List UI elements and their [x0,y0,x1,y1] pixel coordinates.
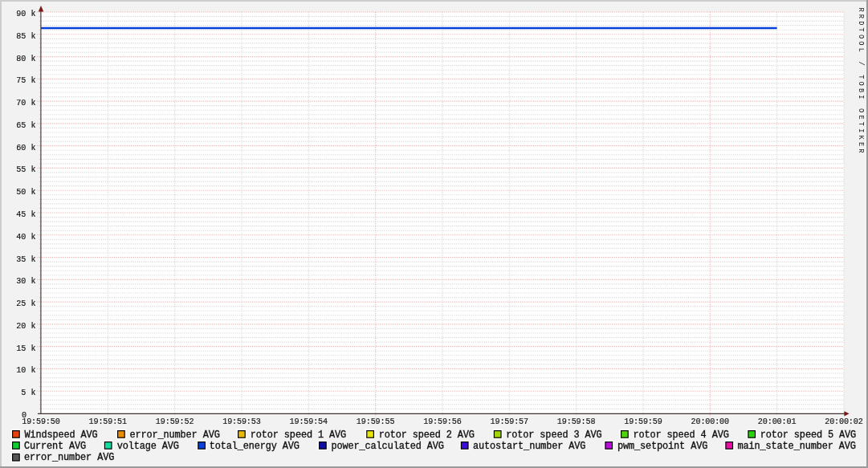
svg-text:55 k: 55 k [16,165,35,174]
svg-text:5 k: 5 k [21,389,35,397]
svg-text:60 k: 60 k [16,144,35,153]
svg-text:19:59:58: 19:59:58 [557,417,596,426]
svg-text:40 k: 40 k [16,233,35,242]
svg-text:19:59:56: 19:59:56 [423,417,462,426]
svg-text:30 k: 30 k [16,277,35,286]
svg-text:autostart_number AVG: autostart_number AVG [473,441,585,452]
svg-text:19:59:54: 19:59:54 [290,417,328,426]
svg-text:75 k: 75 k [16,76,35,85]
svg-text:voltage AVG: voltage AVG [117,441,179,452]
svg-text:19:59:52: 19:59:52 [156,417,194,426]
svg-text:80 k: 80 k [16,55,35,63]
svg-text:error_number AVG: error_number AVG [130,429,220,441]
svg-text:total_energy AVG: total_energy AVG [210,441,300,452]
svg-text:10 k: 10 k [16,366,35,375]
svg-text:19:59:50: 19:59:50 [22,417,60,426]
svg-text:20:00:01: 20:00:01 [758,417,797,426]
svg-text:rotor speed 1 AVG: rotor speed 1 AVG [251,429,346,441]
svg-text:19:59:59: 19:59:59 [624,417,662,426]
svg-text:45 k: 45 k [16,210,35,219]
svg-text:19:59:55: 19:59:55 [357,417,395,426]
svg-text:rotor speed 3 AVG: rotor speed 3 AVG [506,429,601,441]
svg-text:rotor speed 2 AVG: rotor speed 2 AVG [379,429,475,441]
svg-text:rotor speed 5 AVG: rotor speed 5 AVG [760,429,856,441]
svg-text:90 k: 90 k [16,10,35,18]
svg-text:20:00:00: 20:00:00 [691,417,730,426]
svg-text:20 k: 20 k [16,322,35,331]
svg-text:error_number AVG: error_number AVG [24,452,114,463]
svg-text:19:59:53: 19:59:53 [222,417,261,426]
svg-text:19:59:57: 19:59:57 [491,417,529,426]
svg-text:25 k: 25 k [16,299,35,308]
svg-text:50 k: 50 k [16,188,35,197]
svg-text:Current AVG: Current AVG [24,441,86,452]
svg-text:85 k: 85 k [16,32,35,41]
svg-text:65 k: 65 k [16,121,35,130]
svg-text:pwm_setpoint AVG: pwm_setpoint AVG [617,441,707,452]
svg-text:power_calculated AVG: power_calculated AVG [332,441,444,452]
svg-text:19:59:51: 19:59:51 [89,417,128,426]
svg-text:Windspeed AVG: Windspeed AVG [24,429,97,441]
svg-text:15 k: 15 k [16,344,35,353]
svg-text:main_state_number AVG: main_state_number AVG [738,441,856,452]
svg-text:rotor speed 4 AVG: rotor speed 4 AVG [634,429,729,441]
svg-text:20:00:02: 20:00:02 [825,417,863,426]
svg-text:70 k: 70 k [16,99,35,108]
svg-text:35 k: 35 k [16,255,35,264]
